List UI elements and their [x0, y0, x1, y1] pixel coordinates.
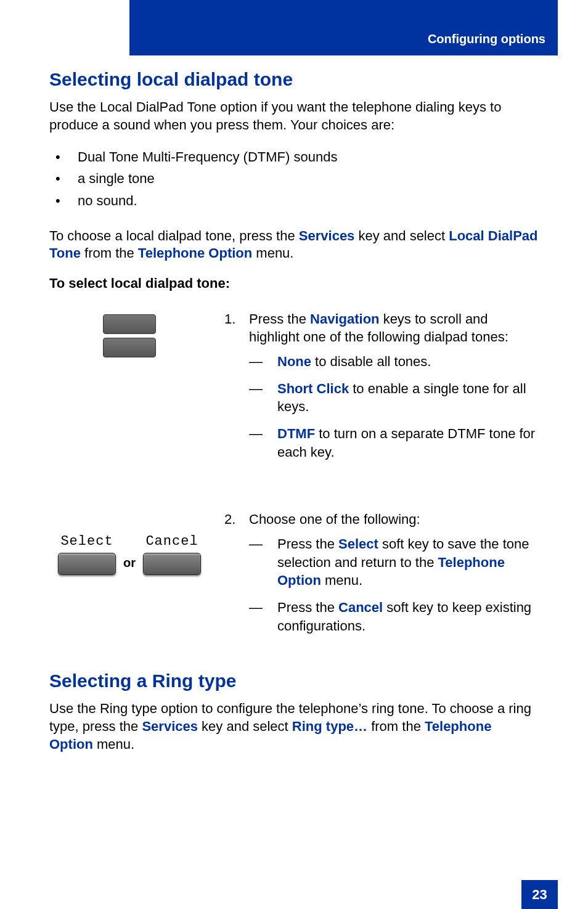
- text: to disable all tones.: [311, 354, 431, 369]
- option-item: Short Click to enable a single tone for …: [249, 380, 539, 416]
- telephone-option-link: Telephone Option: [138, 245, 252, 261]
- text: Press the: [249, 311, 310, 327]
- dtmf-link: DTMF: [277, 426, 315, 441]
- list-item: Dual Tone Multi-Frequency (DTMF) sounds: [49, 146, 539, 168]
- step-number: 2.: [224, 510, 235, 529]
- text: from the: [81, 245, 138, 261]
- procedure-row-1: 1. Press the Navigation keys to scroll a…: [49, 310, 539, 475]
- section-title-ring: Selecting a Ring type: [49, 671, 539, 691]
- select-softkey-icon: [58, 553, 116, 575]
- navigation-link: Navigation: [310, 311, 379, 327]
- nav-keys-graphic: [49, 310, 210, 475]
- page-number-value: 23: [532, 887, 547, 903]
- page-number: 23: [521, 880, 558, 909]
- option-item: Press the Select soft key to save the to…: [249, 535, 539, 590]
- step2-text: 2. Choose one of the following: Press th…: [224, 510, 539, 648]
- ring-paragraph: Use the Ring type option to configure th…: [49, 700, 539, 753]
- list-item: a single tone: [49, 168, 539, 189]
- to-choose-paragraph: To choose a local dialpad tone, press th…: [49, 227, 539, 263]
- header-band: Configuring options: [129, 0, 558, 55]
- text: key and select: [198, 719, 292, 734]
- text: to turn on a separate DTMF tone for each…: [277, 426, 535, 460]
- option-item: DTMF to turn on a separate DTMF tone for…: [249, 425, 539, 461]
- text: Choose one of the following:: [249, 512, 420, 527]
- choices-list: Dual Tone Multi-Frequency (DTMF) sounds …: [49, 146, 539, 211]
- step-number: 1.: [224, 310, 235, 328]
- intro-paragraph: Use the Local DialPad Tone option if you…: [49, 99, 539, 134]
- header-label: Configuring options: [428, 32, 545, 46]
- select-softkey-label: Select: [60, 534, 113, 549]
- or-label: or: [123, 556, 136, 575]
- task-label: To select local dialpad tone:: [49, 275, 539, 293]
- option-item: None to disable all tones.: [249, 353, 539, 371]
- cancel-softkey-label: Cancel: [145, 534, 198, 549]
- services-link: Services: [299, 228, 355, 243]
- text: menu.: [321, 573, 362, 588]
- select-softkey-group: Select: [58, 534, 116, 575]
- text: menu.: [252, 245, 293, 261]
- cancel-softkey-group: Cancel: [143, 534, 201, 575]
- text: menu.: [93, 736, 134, 752]
- step-item: 2. Choose one of the following: Press th…: [224, 510, 539, 635]
- softkeys-graphic: Select or Cancel: [49, 510, 210, 648]
- section-ring-type: Selecting a Ring type Use the Ring type …: [49, 671, 539, 753]
- list-item: no sound.: [49, 190, 539, 211]
- step1-text: 1. Press the Navigation keys to scroll a…: [224, 310, 539, 475]
- step-item: 1. Press the Navigation keys to scroll a…: [224, 310, 539, 462]
- ring-type-link: Ring type…: [292, 719, 367, 734]
- cancel-link: Cancel: [338, 600, 383, 615]
- select-link: Select: [338, 536, 378, 552]
- option-item: Press the Cancel soft key to keep existi…: [249, 598, 539, 635]
- text: To choose a local dialpad tone, press th…: [49, 228, 299, 243]
- text: Press the: [277, 536, 338, 552]
- page-content: Selecting local dialpad tone Use the Loc…: [49, 69, 539, 765]
- nav-down-key-icon: [103, 338, 156, 357]
- section-title-dialpad: Selecting local dialpad tone: [49, 69, 539, 90]
- text: key and select: [354, 228, 449, 243]
- short-click-link: Short Click: [277, 381, 349, 396]
- procedure-row-2: Select or Cancel 2. Choose one of the fo…: [49, 510, 539, 648]
- text: Press the: [277, 600, 338, 615]
- none-link: None: [277, 354, 311, 369]
- services-link: Services: [142, 719, 198, 734]
- cancel-softkey-icon: [143, 553, 201, 575]
- text: from the: [367, 719, 425, 734]
- nav-up-key-icon: [103, 314, 156, 334]
